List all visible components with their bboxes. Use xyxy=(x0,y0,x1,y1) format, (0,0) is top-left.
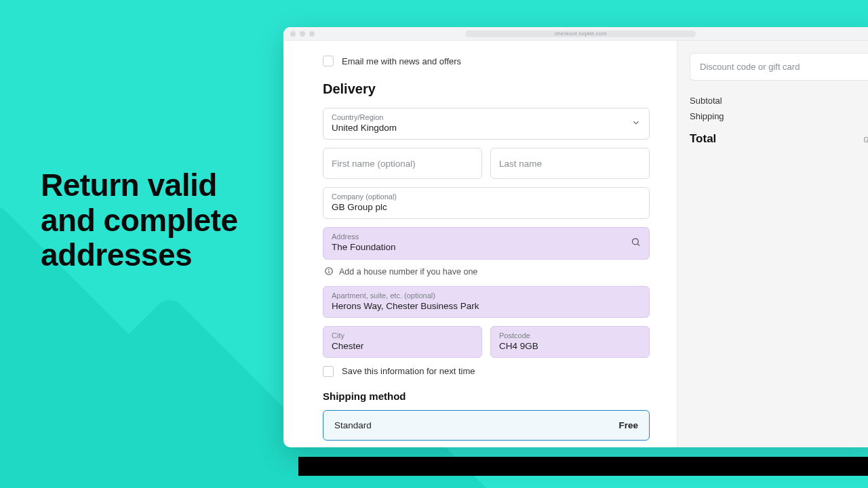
save-info-label: Save this information for next time xyxy=(342,366,475,376)
shipping-option-price: Free xyxy=(618,420,638,430)
total-label: Total xyxy=(690,132,716,146)
company-label: Company (optional) xyxy=(332,193,641,201)
total-row: Total GBP xyxy=(677,124,868,146)
total-currency: GBP xyxy=(863,136,868,144)
postcode-label: Postcode xyxy=(499,332,641,340)
discount-code-placeholder: Discount code or gift card xyxy=(700,62,800,72)
address-value: The Foundation xyxy=(332,242,641,253)
country-value: United Kingdom xyxy=(332,123,641,134)
bottom-bar xyxy=(298,457,868,476)
discount-code-field[interactable]: Discount code or gift card xyxy=(690,53,868,81)
window-dot xyxy=(300,31,305,37)
address-field[interactable]: Address The Foundation xyxy=(323,227,650,259)
save-info-row[interactable]: Save this information for next time xyxy=(323,366,650,377)
first-name-field[interactable]: First name (optional) xyxy=(323,148,482,179)
email-optin-label: Email me with news and offers xyxy=(342,56,461,66)
save-info-checkbox[interactable] xyxy=(323,366,334,377)
svg-point-4 xyxy=(329,269,330,270)
window-dot xyxy=(309,31,315,37)
subtotal-row: Subtotal xyxy=(677,93,868,108)
shipping-label: Shipping xyxy=(690,111,724,121)
order-summary-sidebar: Discount code or gift card Subtotal Ship… xyxy=(677,41,868,447)
company-value: GB Group plc xyxy=(332,202,641,213)
first-name-placeholder: First name (optional) xyxy=(332,159,473,169)
last-name-placeholder: Last name xyxy=(499,159,641,169)
window-dot xyxy=(290,31,296,37)
svg-point-0 xyxy=(633,239,639,245)
apartment-label: Apartment, suite, etc. (optional) xyxy=(332,292,641,300)
browser-window: checkout.loqate.com Email me with news a… xyxy=(283,27,868,447)
country-select[interactable]: Country/Region United Kingdom xyxy=(323,108,650,140)
city-label: City xyxy=(332,332,473,340)
city-value: Chester xyxy=(332,341,473,352)
apartment-field[interactable]: Apartment, suite, etc. (optional) Herons… xyxy=(323,286,650,318)
email-optin-row[interactable]: Email me with news and offers xyxy=(323,56,650,66)
address-hint-text: Add a house number if you have one xyxy=(339,267,477,277)
info-icon xyxy=(324,266,334,278)
city-field[interactable]: City Chester xyxy=(323,326,482,358)
postcode-value: CH4 9GB xyxy=(499,341,641,352)
last-name-field[interactable]: Last name xyxy=(490,148,650,179)
shipping-method-heading: Shipping method xyxy=(323,390,650,402)
subtotal-label: Subtotal xyxy=(690,96,722,106)
shipping-row: Shipping xyxy=(677,108,868,124)
address-label: Address xyxy=(332,233,641,241)
address-hint: Add a house number if you have one xyxy=(324,266,648,278)
url-bar: checkout.loqate.com xyxy=(465,30,696,37)
delivery-heading: Delivery xyxy=(323,81,650,97)
checkout-main: Email me with news and offers Delivery C… xyxy=(283,41,677,447)
shipping-option-name: Standard xyxy=(334,420,372,430)
promo-headline: Return valid and complete addresses xyxy=(41,168,258,273)
email-optin-checkbox[interactable] xyxy=(323,56,334,66)
country-label: Country/Region xyxy=(332,114,641,121)
postcode-field[interactable]: Postcode CH4 9GB xyxy=(490,326,650,358)
browser-chrome: checkout.loqate.com xyxy=(283,27,868,41)
chevron-down-icon xyxy=(631,118,641,130)
svg-line-1 xyxy=(637,244,639,246)
shipping-option-standard[interactable]: Standard Free xyxy=(323,410,650,441)
company-field[interactable]: Company (optional) GB Group plc xyxy=(323,187,650,219)
apartment-value: Herons Way, Chester Business Park xyxy=(332,301,641,312)
search-icon xyxy=(631,237,641,249)
